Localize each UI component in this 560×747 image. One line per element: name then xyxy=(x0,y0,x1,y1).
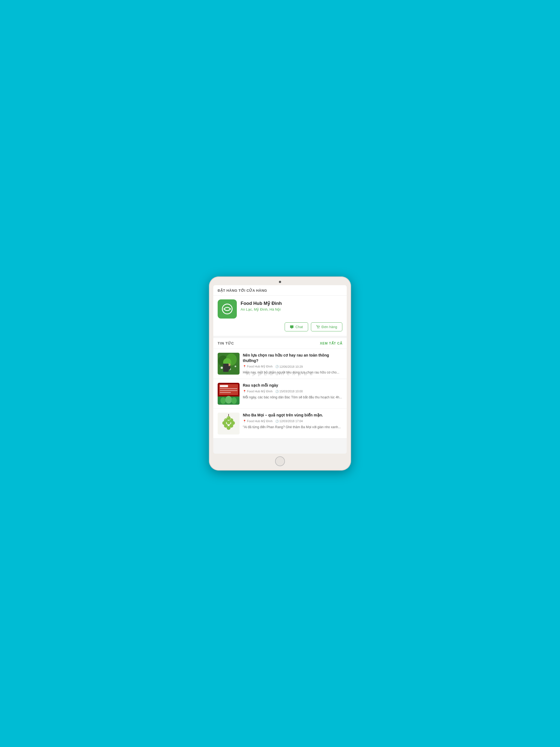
news-source-1: 📍 Food Hub Mỹ Đình xyxy=(243,365,273,368)
svg-point-2 xyxy=(319,328,319,328)
store-info-row: Food Hub Mỹ Đình An Lạc, Mỹ Đình, Hà Nội xyxy=(218,300,342,318)
news-image-3 xyxy=(218,413,239,435)
news-title-1: Nên lựa chọn rau hữu cơ hay rau an toàn … xyxy=(243,353,342,363)
chat-button[interactable]: Chat xyxy=(285,323,308,331)
news-item[interactable]: Nên lựa chọn rau hữu cơ hay rau an toàn … xyxy=(213,349,347,379)
svg-point-33 xyxy=(227,417,228,418)
tablet-screen: ĐẶT HÀNG TỚI CỬA HÀNG Food Hub xyxy=(213,285,347,454)
home-button[interactable] xyxy=(275,456,285,466)
svg-point-35 xyxy=(230,419,231,420)
order-button[interactable]: Đơn hàng xyxy=(311,323,342,331)
store-card: Food Hub Mỹ Đình An Lạc, Mỹ Đình, Hà Nội… xyxy=(213,295,347,336)
svg-rect-16 xyxy=(220,390,237,391)
news-section-header: TIN TỨC XEM TẤT CẢ xyxy=(213,338,347,349)
svg-rect-10 xyxy=(228,366,230,370)
svg-point-34 xyxy=(225,419,226,420)
news-excerpt-3: "Ai đã từng đến Phan Rang? Ghé thăm Ba M… xyxy=(243,424,342,430)
news-body-2: Rau sạch mỗi ngày 📍 Food Hub Mỹ Đình 🕐 1… xyxy=(243,383,342,400)
news-item[interactable]: Rau sạch mỗi ngày 📍 Food Hub Mỹ Đình 🕐 1… xyxy=(213,379,347,409)
store-actions: Chat Đơn hàng xyxy=(218,323,342,331)
clock-icon: 🕐 xyxy=(275,365,279,368)
news-meta-3: 📍 Food Hub Mỹ Đình 🕐 12/03/2018 17:04 xyxy=(243,419,342,423)
news-item[interactable]: Nho Ba Mọi – quả ngọt trên vùng biển mặn… xyxy=(213,409,347,439)
news-excerpt-1: Hiện nay, một bộ phận người tiêu dùng lự… xyxy=(243,370,342,375)
store-logo xyxy=(218,300,237,318)
svg-point-31 xyxy=(227,426,230,430)
svg-point-19 xyxy=(221,397,226,404)
svg-point-27 xyxy=(227,420,230,424)
news-thumbnail-2 xyxy=(218,383,239,405)
view-all-button[interactable]: XEM TẤT CẢ xyxy=(320,341,342,345)
store-details: Food Hub Mỹ Đình An Lạc, Mỹ Đình, Hà Nội xyxy=(240,300,342,311)
news-source-2: 📍 Food Hub Mỹ Đình xyxy=(243,390,273,393)
page-header: ĐẶT HÀNG TỚI CỬA HÀNG xyxy=(213,285,347,295)
news-source-3: 📍 Food Hub Mỹ Đình xyxy=(243,419,273,423)
cart-icon xyxy=(316,325,320,329)
location-icon: 📍 xyxy=(243,420,246,423)
svg-point-1 xyxy=(317,328,318,328)
location-icon: 📍 xyxy=(243,390,246,393)
news-date-1: 🕐 12/06/2018 10:29 xyxy=(275,365,303,368)
news-image-1 xyxy=(218,353,239,375)
screen-content[interactable]: ĐẶT HÀNG TỚI CỬA HÀNG Food Hub xyxy=(213,285,347,454)
store-address: An Lạc, Mỹ Đình, Hà Nội xyxy=(240,307,342,311)
news-title-2: Rau sạch mỗi ngày xyxy=(243,383,342,388)
news-date-3: 🕐 12/03/2018 17:04 xyxy=(275,419,303,423)
store-logo-icon xyxy=(221,303,233,315)
news-date-2: 🕐 15/03/2018 10:00 xyxy=(275,390,303,393)
news-meta-1: 📍 Food Hub Mỹ Đình 🕐 12/06/2018 10:29 xyxy=(243,365,342,368)
news-image-2 xyxy=(218,383,239,405)
chat-icon xyxy=(290,325,294,329)
news-section-title: TIN TỨC xyxy=(218,341,234,345)
svg-point-20 xyxy=(225,396,232,404)
svg-point-8 xyxy=(235,366,236,367)
clock-icon: 🕐 xyxy=(275,420,279,423)
svg-point-21 xyxy=(231,397,237,404)
svg-rect-14 xyxy=(220,385,228,387)
news-body-1: Nên lựa chọn rau hữu cơ hay rau an toàn … xyxy=(243,353,342,375)
news-title-3: Nho Ba Mọi – quả ngọt trên vùng biển mặn… xyxy=(243,413,342,418)
tablet-camera xyxy=(279,281,281,283)
svg-point-7 xyxy=(221,367,223,369)
svg-rect-17 xyxy=(220,392,231,393)
news-body-3: Nho Ba Mọi – quả ngọt trên vùng biển mặn… xyxy=(243,413,342,430)
news-meta-2: 📍 Food Hub Mỹ Đình 🕐 15/03/2018 10:00 xyxy=(243,390,342,393)
news-excerpt-2: Mỗi ngày, các bác nông dân Bác Tôm sẽ bắ… xyxy=(243,395,342,400)
news-thumbnail-3 xyxy=(218,413,239,435)
news-thumbnail-1 xyxy=(218,353,239,375)
svg-rect-15 xyxy=(220,388,237,389)
page-title: ĐẶT HÀNG TỚI CỬA HÀNG xyxy=(218,288,342,292)
store-name: Food Hub Mỹ Đình xyxy=(240,301,342,306)
clock-icon: 🕐 xyxy=(275,390,279,393)
location-icon: 📍 xyxy=(243,365,246,368)
svg-point-11 xyxy=(228,363,230,366)
news-list: Nên lựa chọn rau hữu cơ hay rau an toàn … xyxy=(213,349,347,439)
tablet-device: ĐẶT HÀNG TỚI CỬA HÀNG Food Hub xyxy=(209,277,351,470)
